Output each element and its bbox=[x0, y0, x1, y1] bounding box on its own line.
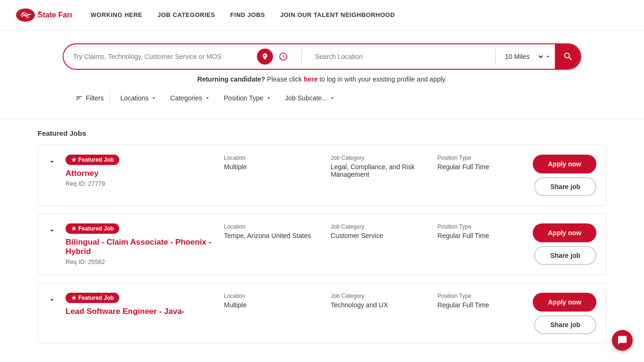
filters-button[interactable]: Filters bbox=[75, 94, 104, 102]
job-card-3: ★ Featured Job Lead Software Engineer - … bbox=[38, 283, 606, 344]
featured-section: Featured Jobs ★ Featured Job Attorney Re… bbox=[0, 120, 644, 361]
search-icon bbox=[563, 51, 573, 62]
job-3-category-label: Job Category bbox=[330, 293, 418, 299]
job-2-position-value: Regular Full Time bbox=[438, 232, 525, 239]
job-1-expand-button[interactable] bbox=[46, 156, 58, 169]
job-card-inner-1: ★ Featured Job Attorney Req ID: 27779 Lo… bbox=[38, 145, 606, 206]
job-3-category-group: Job Category Technology and UX bbox=[330, 293, 418, 309]
clock-icon bbox=[279, 52, 288, 61]
job-1-position-group: Position Type Regular Full Time bbox=[438, 155, 525, 178]
search-button[interactable] bbox=[555, 43, 581, 70]
filter-position-type[interactable]: Position Type bbox=[219, 91, 277, 105]
job-1-position-value: Regular Full Time bbox=[438, 163, 525, 171]
location-input[interactable] bbox=[305, 53, 491, 60]
job-2-position-group: Position Type Regular Full Time bbox=[438, 223, 525, 239]
job-2-expand-button[interactable] bbox=[46, 224, 58, 238]
job-3-actions: Apply now Share job bbox=[533, 293, 596, 334]
job-2-main: ★ Featured Job Bilingual - Claim Associa… bbox=[66, 223, 216, 265]
job-1-share-button[interactable]: Share job bbox=[534, 177, 596, 196]
filters-row: Filters Locations Categories Position Ty… bbox=[38, 87, 606, 110]
job-1-actions: Apply now Share job bbox=[533, 155, 596, 196]
returning-bar: Returning candidate? Please click here t… bbox=[38, 70, 606, 87]
position-type-label: Position Type bbox=[224, 94, 264, 102]
filter-icon bbox=[75, 94, 83, 102]
job-1-category-value: Legal, Compliance, and Risk Management bbox=[330, 163, 418, 178]
svg-text:®: ® bbox=[38, 10, 41, 15]
categories-label: Categories bbox=[170, 94, 202, 102]
job-1-main: ★ Featured Job Attorney Req ID: 27779 bbox=[66, 155, 216, 187]
job-3-apply-button[interactable]: Apply now bbox=[533, 293, 596, 312]
job-1-location-value: Multiple bbox=[224, 163, 312, 171]
miles-divider bbox=[495, 49, 495, 64]
nav-job-categories[interactable]: JOB CATEGORIES bbox=[157, 11, 215, 18]
nav-working-here[interactable]: WORKING HERE bbox=[91, 11, 142, 18]
featured-badge-3: ★ Featured Job bbox=[66, 293, 119, 303]
chat-icon bbox=[617, 335, 627, 346]
job-2-position-label: Position Type bbox=[438, 223, 525, 230]
filter-locations[interactable]: Locations bbox=[116, 91, 162, 105]
job-2-title[interactable]: Bilingual - Claim Associate - Phoenix - … bbox=[66, 238, 216, 256]
job-3-position-group: Position Type Regular Full Time bbox=[438, 293, 525, 309]
job-2-category-value: Customer Service bbox=[330, 232, 418, 239]
miles-select[interactable]: 10 Miles 25 Miles 50 Miles 100 Miles bbox=[499, 52, 545, 61]
job-3-expand-button[interactable] bbox=[46, 294, 58, 307]
filter-categories[interactable]: Categories bbox=[165, 91, 215, 105]
job-card-inner-3: ★ Featured Job Lead Software Engineer - … bbox=[38, 283, 606, 344]
job-2-category-group: Job Category Customer Service bbox=[330, 223, 418, 239]
filters-label: Filters bbox=[86, 94, 104, 102]
featured-badge-2: ★ Featured Job bbox=[66, 223, 119, 234]
job-card-inner-2: ★ Featured Job Bilingual - Claim Associa… bbox=[38, 214, 606, 275]
job-2-meta: Location Tempe, Arizona United States Jo… bbox=[224, 223, 525, 239]
logo-area: State Farm ® bbox=[15, 7, 72, 24]
search-section: 10 Miles 25 Miles 50 Miles 100 Miles Ret… bbox=[0, 30, 644, 120]
job-3-share-button[interactable]: Share job bbox=[534, 315, 596, 334]
job-3-location-label: Location bbox=[224, 293, 312, 299]
returning-text-after: to log in with your existing profile and… bbox=[320, 75, 447, 83]
job-2-apply-button[interactable]: Apply now bbox=[533, 223, 596, 242]
job-1-category-group: Job Category Legal, Compliance, and Risk… bbox=[330, 155, 418, 178]
job-2-share-button[interactable]: Share job bbox=[534, 246, 596, 265]
nav-links: WORKING HERE JOB CATEGORIES FIND JOBS JO… bbox=[91, 11, 395, 18]
job-1-title[interactable]: Attorney bbox=[66, 169, 216, 178]
job-3-meta: Location Multiple Job Category Technolog… bbox=[224, 293, 525, 309]
job-subcategory-label: Job Subcate... bbox=[285, 94, 328, 102]
clock-button[interactable] bbox=[277, 50, 290, 63]
chat-bubble[interactable] bbox=[612, 330, 633, 351]
job-1-apply-button[interactable]: Apply now bbox=[533, 155, 596, 173]
job-1-position-label: Position Type bbox=[438, 155, 525, 161]
star-icon: ★ bbox=[71, 156, 76, 163]
job-2-reqid: Req ID: 25562 bbox=[66, 258, 216, 265]
position-type-chevron-icon bbox=[265, 95, 272, 101]
search-icon-group bbox=[249, 49, 297, 65]
job-2-location-value: Tempe, Arizona United States bbox=[224, 232, 312, 239]
filter-separator bbox=[109, 93, 110, 103]
job-card-2: ★ Featured Job Bilingual - Claim Associa… bbox=[38, 214, 606, 275]
job-card: ★ Featured Job Attorney Req ID: 27779 Lo… bbox=[38, 145, 606, 206]
job-subcategory-chevron-icon bbox=[329, 95, 336, 101]
job-3-title[interactable]: Lead Software Engineer - Java- bbox=[66, 307, 216, 316]
featured-badge-1: ★ Featured Job bbox=[66, 155, 119, 165]
locations-chevron-icon bbox=[150, 95, 157, 101]
chevron-down-icon-2 bbox=[48, 226, 56, 235]
nav-join-talent[interactable]: JOIN OUR TALENT NEIGHBORHOOD bbox=[280, 11, 395, 18]
keyword-input[interactable] bbox=[64, 53, 249, 60]
job-3-category-value: Technology and UX bbox=[330, 301, 418, 309]
logo: State Farm ® bbox=[15, 7, 72, 24]
job-1-location-group: Location Multiple bbox=[224, 155, 312, 178]
chevron-down-icon bbox=[48, 157, 56, 166]
job-2-category-label: Job Category bbox=[330, 223, 418, 230]
filter-job-subcategory[interactable]: Job Subcate... bbox=[281, 91, 341, 105]
featured-header: Featured Jobs bbox=[38, 129, 606, 137]
nav-find-jobs[interactable]: FIND JOBS bbox=[230, 11, 265, 18]
locations-label: Locations bbox=[120, 94, 149, 102]
job-3-location-value: Multiple bbox=[224, 301, 312, 309]
job-2-location-label: Location bbox=[224, 223, 312, 230]
job-1-location-label: Location bbox=[224, 155, 312, 161]
svg-text:State Farm: State Farm bbox=[38, 11, 72, 19]
navigation: State Farm ® WORKING HERE JOB CATEGORIES… bbox=[0, 0, 644, 30]
returning-bold: Returning candidate? bbox=[198, 75, 265, 83]
returning-please-click: Please click bbox=[267, 75, 302, 83]
search-bar: 10 Miles 25 Miles 50 Miles 100 Miles bbox=[63, 43, 581, 70]
job-3-position-value: Regular Full Time bbox=[438, 301, 525, 309]
returning-link[interactable]: here bbox=[304, 75, 318, 83]
